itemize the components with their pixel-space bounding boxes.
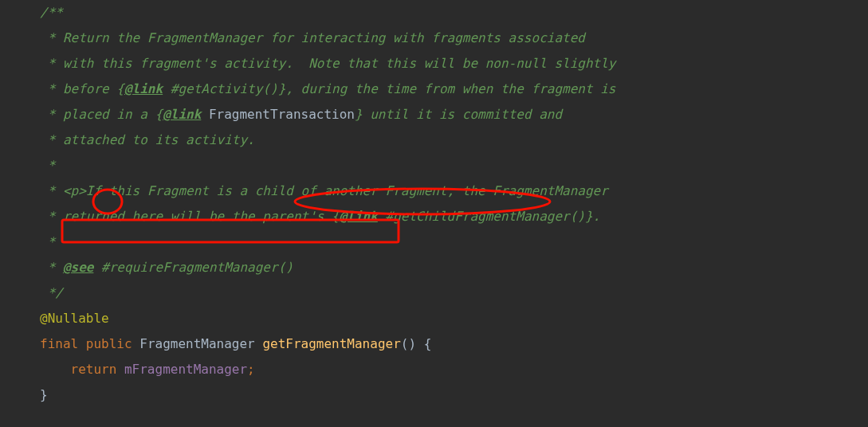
semicolon: ; [247, 362, 255, 377]
javadoc-line: * [40, 158, 55, 173]
javadoc-see-tag: @see [63, 260, 94, 275]
keyword-final: final [40, 336, 78, 351]
keyword-public: public [86, 336, 132, 351]
javadoc-line: * before {@link #getActivity()}, during … [40, 81, 615, 96]
javadoc-line: * @see #requireFragmentManager() [40, 260, 293, 275]
return-type: FragmentManager [139, 336, 255, 351]
annotation: @Nullable [40, 311, 109, 326]
field-ref: mFragmentManager [124, 362, 247, 377]
code-editor[interactable]: /** * Return the FragmentManager for int… [0, 0, 868, 408]
javadoc-line: * Return the FragmentManager for interac… [40, 30, 585, 45]
punctuation: () { [401, 336, 432, 351]
javadoc-line: * [40, 234, 55, 249]
method-name: getFragmentManager [262, 336, 400, 351]
javadoc-link-tag: @link [340, 209, 378, 224]
brace-close: } [40, 387, 48, 402]
javadoc-line: * <p>If this Fragment is a child of anot… [40, 183, 608, 198]
javadoc-line: * returned here will be the parent's {@l… [40, 209, 600, 224]
javadoc-link-tag: @link [124, 81, 163, 96]
javadoc-line: * placed in a {@link FragmentTransaction… [40, 107, 562, 122]
javadoc-link-tag: @link [163, 107, 201, 122]
keyword-return: return [71, 362, 117, 377]
javadoc-line: */ [40, 285, 63, 300]
javadoc-line: /** [40, 5, 63, 20]
javadoc-line: * with this fragment's activity. Note th… [40, 56, 615, 71]
javadoc-line: * attached to its activity. [40, 132, 255, 147]
